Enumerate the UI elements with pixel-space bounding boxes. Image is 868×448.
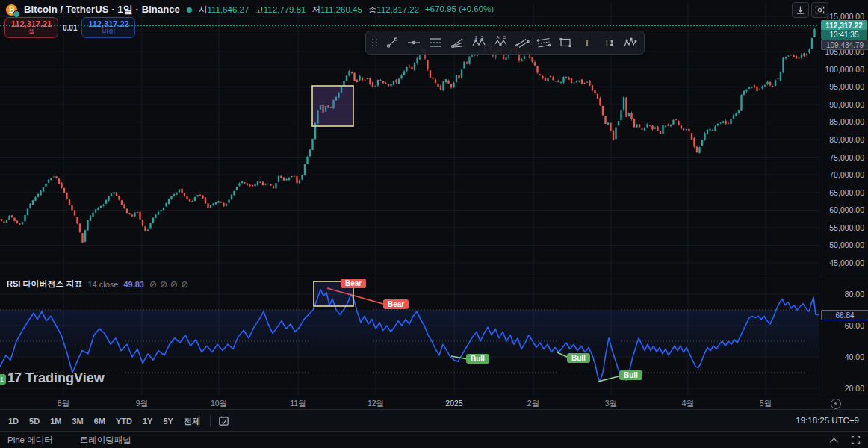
chevron-up-icon[interactable] [829, 437, 839, 444]
text-icon: T [580, 35, 595, 50]
high-label: 고 [255, 5, 264, 14]
tradingview-watermark: 17 TradingView [7, 370, 105, 386]
range-button-1m[interactable]: 1M [45, 414, 66, 428]
time-axis-label: 12월 [368, 399, 384, 409]
tool-rectangle-button[interactable] [554, 33, 576, 52]
fib-retracement-icon [428, 35, 443, 50]
tool-text-button[interactable]: T [576, 33, 598, 52]
price-tick-label: 50,000.00 [829, 240, 864, 249]
bull-label[interactable]: Bull [619, 370, 642, 380]
price-tick-label: 95,000.00 [829, 82, 864, 91]
snapshot-button[interactable] [811, 2, 828, 18]
status-bar: Pine 에디터 트레이딩패널 [0, 431, 868, 448]
rsi-tick-label: 20.00 [845, 384, 864, 393]
price-tick-label: 75,000.00 [829, 153, 864, 162]
elliott-wave-icon [623, 35, 638, 50]
clipped-bull-label: 1 [0, 374, 6, 385]
symbol-title[interactable]: Bitcoin / TetherUS · 1일 · Binance [24, 3, 180, 16]
tool-xabcd-pattern-button[interactable]: 15 [468, 33, 489, 52]
open-label: 시 [199, 5, 208, 14]
tab-pine-editor[interactable]: Pine 에디터 [7, 435, 53, 446]
bull-label[interactable]: Bull [466, 354, 489, 364]
range-button-5d[interactable]: 5D [24, 414, 45, 428]
range-button-3m[interactable]: 3M [66, 414, 88, 428]
range-button-전체[interactable]: 전체 [179, 414, 205, 428]
maximize-panel-icon[interactable] [851, 435, 861, 444]
range-button-6m[interactable]: 6M [89, 414, 111, 428]
sell-button[interactable]: 112,317.21 셀 [4, 17, 58, 38]
tool-anchored-text-button[interactable]: T [598, 33, 619, 52]
rsi-tick-label: 80.00 [845, 290, 864, 299]
hide-plot-icon[interactable]: ⊘ [181, 279, 188, 290]
clock-readout[interactable]: 19:18:25 UTC+9 [796, 416, 859, 425]
price-axis[interactable]: 20.0040.0060.0080.0045,000.0050,000.0055… [819, 0, 868, 396]
range-button-1y[interactable]: 1Y [137, 414, 158, 428]
buy-button[interactable]: 112,317.22 바이 [81, 17, 135, 38]
price-tick-label: 60,000.00 [829, 205, 864, 214]
tool-trend-line-button[interactable] [381, 33, 403, 52]
go-to-date-button[interactable] [215, 413, 233, 428]
high-value: 112,779.81 [264, 5, 306, 14]
xabcd-pattern-icon: 15 [471, 35, 486, 50]
price-tick-label: 100,000.00 [825, 65, 864, 74]
order-panel: 112,317.21 셀 0.01 112,317.22 바이 [4, 17, 135, 38]
abcd-pattern-icon: AC [493, 35, 508, 50]
anchored-text-icon: T [601, 35, 616, 50]
range-button-1d[interactable]: 1D [3, 414, 24, 428]
tool-elliott-wave-button[interactable] [619, 33, 641, 52]
tool-fib-retracement-button[interactable] [424, 33, 446, 52]
tool-pitchfork-button[interactable] [446, 33, 468, 52]
rsi-indicator-header[interactable]: RSI 다이버전스 지표 14 close 49.83 ⊘⊘⊘⊘ [7, 279, 191, 290]
divider [210, 415, 211, 426]
time-axis-label: 5월 [760, 399, 772, 409]
trend-line-icon [385, 35, 400, 50]
time-axis-label: 10월 [211, 399, 227, 409]
hide-plot-icon[interactable]: ⊘ [160, 279, 167, 290]
hide-plot-icon[interactable]: ⊘ [170, 279, 178, 290]
hide-plot-icon[interactable]: ⊘ [149, 279, 157, 290]
bull-label[interactable]: Bull [567, 353, 590, 363]
tool-abcd-pattern-button[interactable]: AC [489, 33, 511, 52]
watermark-text: TradingView [25, 370, 105, 386]
axis-settings-icon[interactable] [831, 399, 841, 409]
price-tick-label: 70,000.00 [829, 170, 864, 179]
time-axis-label: 2025 [445, 399, 462, 408]
rsi-tick-label: 40.00 [845, 352, 864, 361]
buy-label: 바이 [102, 28, 115, 35]
time-axis-label: 11월 [290, 399, 306, 409]
price-tick-label: 65,000.00 [829, 188, 864, 197]
tool-parallel-channel-button[interactable] [511, 33, 533, 52]
price-tick-label: 80,000.00 [829, 135, 864, 144]
range-button-ytd[interactable]: YTD [111, 414, 137, 428]
rectangle-icon [558, 35, 573, 50]
sell-label: 셀 [28, 28, 35, 35]
range-toolbar: 1D5D1M3M6MYTD1Y5Y전체 19:18:25 UTC+9 [0, 409, 868, 431]
rsi-tick-label: 60.00 [845, 321, 864, 330]
price-tick-label: 90,000.00 [829, 100, 864, 109]
download-button[interactable] [792, 2, 809, 18]
toolbar-drag-handle[interactable] [371, 36, 379, 49]
tool-disjoint-channel-button[interactable] [533, 33, 554, 52]
change-value: +670.95 (+0.60%) [425, 4, 494, 16]
svg-text:A: A [496, 35, 499, 40]
ohlc-readout: 시111,646.27 고112,779.81 저111,260.45 종112… [199, 4, 494, 16]
download-icon [796, 5, 805, 15]
tab-trading-panel[interactable]: 트레이딩패널 [80, 435, 131, 446]
calendar-icon [218, 415, 229, 426]
price-tick-label: 55,000.00 [829, 223, 864, 232]
open-value: 111,646.27 [207, 5, 249, 14]
range-button-5y[interactable]: 5Y [158, 414, 178, 428]
bear-label[interactable]: Bear [383, 299, 409, 309]
tool-horizontal-line-button[interactable] [403, 33, 424, 52]
rsi-value-badge: 66.84 [821, 310, 868, 320]
chart-canvas[interactable] [0, 0, 868, 396]
bar-countdown-badge: 13:41:35 [821, 30, 867, 40]
svg-text:1: 1 [474, 35, 477, 40]
rsi-header-icons: ⊘⊘⊘⊘ [149, 280, 191, 289]
time-axis[interactable]: 8월9월10월11월12월20252월3월4월5월 [0, 396, 868, 410]
horizontal-line-icon [406, 35, 421, 50]
bear-label[interactable]: Bear [341, 279, 366, 288]
secondary-price-badge: 109,434.79 [821, 40, 868, 50]
time-axis-label: 9월 [136, 399, 148, 409]
market-status-icon[interactable] [187, 7, 192, 13]
